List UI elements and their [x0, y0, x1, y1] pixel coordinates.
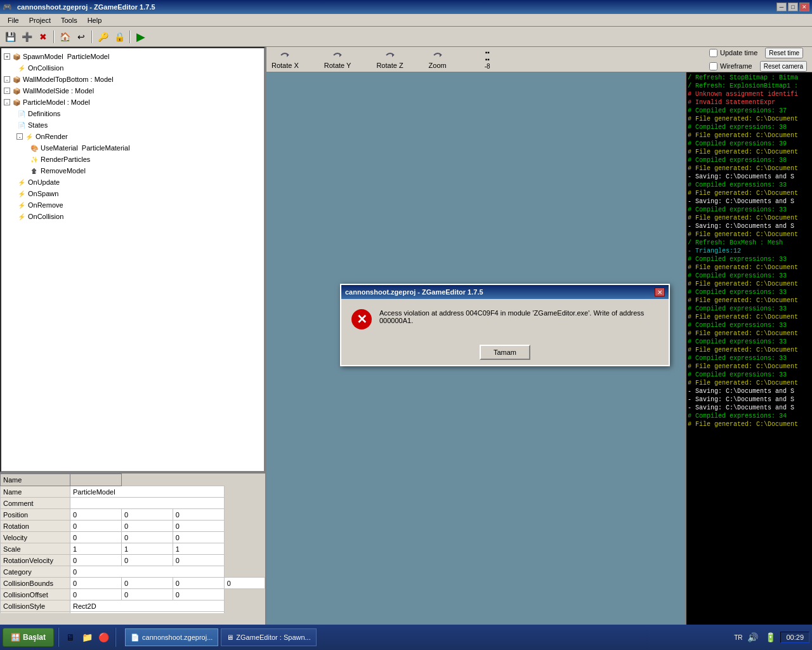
error-icon: ✕ [351, 309, 372, 329]
dialog-titlebar: cannonshoot.zgeproj - ZGameEditor 1.7.5 … [341, 285, 669, 299]
dialog-message: Access violation at address 004C09F4 in … [379, 309, 658, 324]
dialog-ok-button[interactable]: Tamam [480, 345, 530, 360]
dialog-content: ✕ Access violation at address 004C09F4 i… [341, 299, 669, 340]
error-dialog: cannonshoot.zgeproj - ZGameEditor 1.7.5 … [340, 284, 670, 366]
dialog-overlay: cannonshoot.zgeproj - ZGameEditor 1.7.5 … [0, 0, 812, 650]
dialog-title: cannonshoot.zgeproj - ZGameEditor 1.7.5 [345, 288, 483, 296]
dialog-close-button[interactable]: ✕ [655, 288, 665, 296]
dialog-buttons: Tamam [341, 340, 669, 365]
